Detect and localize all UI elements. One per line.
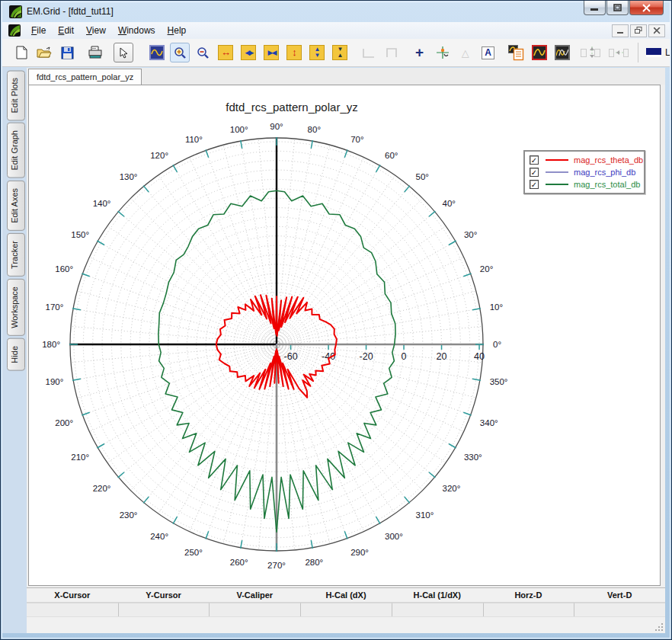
menu-file[interactable]: File — [25, 24, 52, 37]
svg-text:140°: 140° — [93, 199, 111, 208]
split-horizontal-icon — [614, 47, 623, 58]
legend-checkbox-mag_rcs_theta_db[interactable]: ✓ — [530, 155, 539, 165]
multi-plot-button[interactable] — [552, 43, 572, 62]
marquee-2-button[interactable] — [382, 43, 402, 62]
resize-grip-icon[interactable] — [654, 622, 664, 632]
zoom-in-button[interactable] — [170, 43, 190, 62]
cursor-readout: X-CursorY-CursorV-CaliperH-Cal (dX)H-Cal… — [27, 587, 665, 616]
legend-label: mag_rcs_theta_db — [574, 155, 643, 165]
pointer-select-button[interactable] — [114, 43, 133, 62]
open-file-button[interactable] — [34, 43, 54, 62]
print-button[interactable] — [85, 43, 105, 62]
mdi-minimize-icon — [617, 32, 623, 34]
new-file-button[interactable] — [11, 43, 31, 62]
marker-triangle-button[interactable]: △ — [456, 43, 475, 62]
legend-checkbox-mag_rcs_phi_db[interactable]: ✓ — [530, 168, 539, 177]
report-view-button[interactable] — [507, 43, 526, 62]
single-plot-button[interactable] — [530, 43, 549, 62]
multi-plot-icon — [555, 45, 570, 60]
save-file-button[interactable] — [57, 43, 77, 62]
add-text-button[interactable]: A — [478, 43, 498, 62]
expand-vertical-icon: ▲▼ — [309, 45, 325, 60]
svg-text:0°: 0° — [493, 340, 501, 349]
svg-text:200°: 200° — [55, 418, 73, 427]
svg-text:290°: 290° — [350, 548, 369, 557]
legend-row-mag_rcs_total_db: ✓mag_rcs_total_db — [530, 178, 639, 190]
side-tab-edit-plots[interactable]: Edit Plots — [7, 70, 25, 120]
document-logo-icon — [8, 24, 21, 37]
side-tab-tracker[interactable]: Tracker — [7, 233, 25, 277]
plot-mode-button[interactable] — [147, 43, 167, 62]
document-area: fdtd_rcs_pattern_polar_yz 0°10°20°30°40°… — [27, 68, 665, 633]
mdi-restore-icon — [635, 27, 642, 34]
mdi-minimize-button[interactable] — [612, 24, 629, 37]
svg-text:100°: 100° — [230, 125, 248, 134]
svg-text:130°: 130° — [120, 172, 138, 181]
minimize-icon — [590, 8, 598, 11]
fit-vertical-button[interactable]: ↕ — [284, 43, 304, 62]
side-tab-edit-graph[interactable]: Edit Graph — [7, 123, 25, 178]
svg-text:120°: 120° — [150, 151, 168, 160]
tracker-button[interactable] — [433, 43, 453, 62]
fit-horizontal-icon: ↔ — [218, 45, 233, 60]
menu-windows[interactable]: Windows — [112, 24, 162, 37]
open-folder-icon — [37, 46, 52, 59]
svg-text:230°: 230° — [120, 510, 138, 520]
title-bar[interactable]: EM.Grid - [fdtd_tut11] — [1, 1, 671, 22]
side-tab-hide[interactable]: Hide — [7, 338, 25, 371]
svg-text:70°: 70° — [350, 135, 363, 144]
zoom-out-button[interactable] — [193, 43, 213, 62]
zoom-in-icon — [174, 46, 187, 59]
readout-header-5: Horz-D — [483, 588, 574, 602]
readout-value-5 — [483, 603, 574, 616]
menu-edit[interactable]: Edit — [52, 24, 80, 37]
expand-vertical-button[interactable]: ▲▼ — [307, 43, 327, 62]
legend-line-sample — [546, 171, 568, 173]
maximize-button[interactable] — [606, 1, 629, 15]
tracker-icon — [436, 46, 450, 59]
legend-row-mag_rcs_phi_db: ✓mag_rcs_phi_db — [530, 166, 639, 178]
svg-text:240°: 240° — [150, 532, 168, 541]
mdi-close-button[interactable] — [648, 24, 665, 37]
svg-text:40: 40 — [474, 351, 485, 362]
svg-text:0: 0 — [402, 351, 407, 362]
document-tab-row: fdtd_rcs_pattern_polar_yz — [27, 68, 665, 85]
split-vertical-icon — [587, 46, 594, 59]
fit-horizontal-button[interactable]: ↔ — [216, 43, 235, 62]
layout-button[interactable]: Layout — [638, 43, 670, 62]
side-tab-edit-axes[interactable]: Edit Axes — [7, 181, 25, 231]
menu-help[interactable]: Help — [162, 24, 193, 37]
crosshair-button[interactable]: + — [410, 43, 430, 62]
shrink-horizontal-button[interactable]: ▶◀ — [261, 43, 281, 62]
split-vertical-button[interactable] — [581, 43, 600, 62]
svg-text:310°: 310° — [416, 510, 434, 520]
legend-checkbox-mag_rcs_total_db[interactable]: ✓ — [530, 180, 539, 189]
close-button[interactable] — [629, 1, 664, 15]
readout-value-6 — [574, 603, 665, 616]
doc-tab-fdtd_rcs_pattern_polar_yz[interactable]: fdtd_rcs_pattern_polar_yz — [28, 69, 142, 85]
marquee-1-button[interactable] — [359, 43, 379, 62]
legend-line-sample — [546, 159, 568, 161]
menu-view[interactable]: View — [80, 24, 112, 37]
minimize-button[interactable] — [584, 1, 606, 15]
shrink-vertical-icon: ▼▲ — [332, 45, 347, 60]
text-icon: A — [482, 46, 494, 59]
polar-chart-panel[interactable]: 0°10°20°30°40°50°60°70°80°90°100°110°120… — [28, 85, 661, 586]
svg-text:50°: 50° — [416, 172, 429, 181]
mdi-restore-button[interactable] — [630, 24, 647, 37]
shrink-vertical-button[interactable]: ▼▲ — [330, 43, 350, 62]
side-tab-workspace[interactable]: Workspace — [7, 279, 25, 336]
split-horizontal-button[interactable] — [609, 43, 629, 62]
plot-mode-icon — [149, 45, 165, 60]
app-window: EM.Grid - [fdtd_tut11] Fi — [0, 0, 672, 640]
chart-legend: ✓mag_rcs_theta_db✓mag_rcs_phi_db✓mag_rcs… — [523, 150, 645, 194]
svg-text:270°: 270° — [267, 561, 286, 570]
svg-text:40°: 40° — [443, 199, 456, 208]
shrink-horizontal-icon: ▶◀ — [264, 45, 279, 60]
close-icon — [642, 4, 651, 12]
expand-horizontal-button[interactable]: ◀▶ — [238, 43, 258, 62]
svg-text:250°: 250° — [184, 548, 203, 557]
single-plot-icon — [532, 45, 547, 60]
mdi-close-icon — [654, 27, 660, 34]
readout-header-3: H-Cal (dX) — [300, 588, 392, 602]
